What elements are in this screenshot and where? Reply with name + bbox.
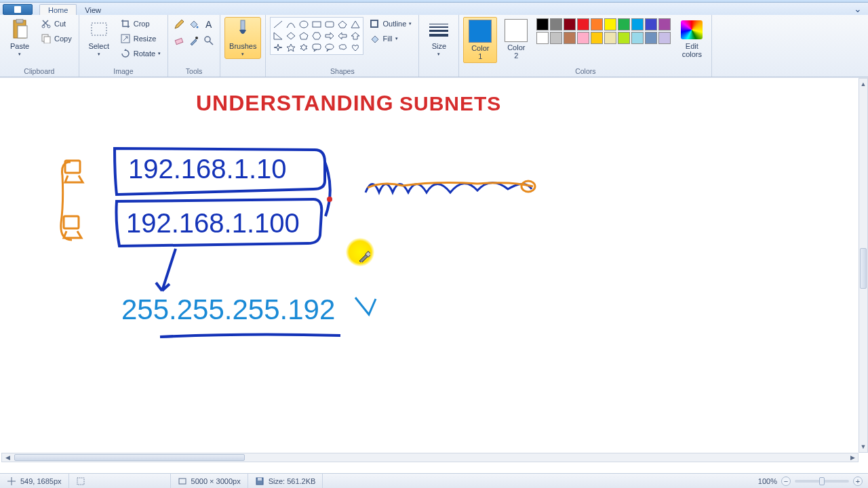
color-swatch[interactable] [645, 32, 657, 44]
size-label: Size [432, 42, 446, 50]
tab-view[interactable]: View [77, 5, 109, 15]
group-label-clipboard: Clipboard [4, 66, 75, 76]
tab-home[interactable]: Home [39, 4, 77, 15]
color2-button[interactable]: Color 2 [501, 17, 531, 62]
color-swatch[interactable] [577, 32, 589, 44]
copy-button[interactable]: Copy [38, 32, 75, 45]
svg-rect-18 [326, 22, 334, 27]
color-swatch[interactable] [604, 32, 616, 44]
pencil-tool[interactable] [172, 17, 186, 32]
zoom-out-button[interactable]: − [781, 476, 791, 486]
zoom-slider[interactable] [795, 480, 849, 483]
magnifier-tool[interactable] [202, 33, 216, 48]
shape-pentagon[interactable] [298, 30, 310, 41]
svg-marker-20 [351, 21, 359, 28]
shape-arrow-left[interactable] [336, 30, 349, 41]
svg-text:UNDERSTANDING: UNDERSTANDING [196, 91, 394, 115]
minimize-ribbon-icon[interactable]: ⌄ [852, 5, 864, 15]
shape-outline-button[interactable]: Outline ▾ [366, 17, 414, 30]
color-swatch[interactable] [604, 18, 616, 30]
brushes-button[interactable]: Brushes ▾ [224, 17, 261, 59]
size-button[interactable]: Size ▾ [423, 17, 454, 59]
color-swatch[interactable] [645, 18, 657, 30]
shape-callout-cloud[interactable] [336, 42, 349, 53]
shape-oval[interactable] [298, 19, 310, 30]
cut-icon [41, 18, 52, 29]
quick-access-toolbar[interactable] [3, 4, 33, 15]
shape-callout-rounded[interactable] [311, 42, 323, 53]
svg-rect-17 [313, 22, 321, 27]
status-zoom: 100% − + [753, 476, 868, 486]
ribbon: Paste ▾ Cut Copy Clipboard Select ▾ [0, 15, 868, 77]
shape-star5[interactable] [285, 42, 297, 53]
svg-point-9 [197, 26, 199, 28]
edit-colors-button[interactable]: Edit colors [676, 17, 707, 60]
shape-star4[interactable] [272, 42, 284, 53]
shape-hexagon[interactable] [311, 30, 323, 41]
canvas[interactable]: UNDERSTANDING SUBNETS 192.168.1.10 192.1… [3, 81, 859, 453]
scroll-right-icon[interactable]: ▶ [847, 453, 858, 462]
shape-rounded-rect[interactable] [323, 19, 336, 30]
color-swatch[interactable] [631, 18, 644, 30]
crop-button[interactable]: Crop [117, 17, 163, 30]
scroll-left-icon[interactable]: ◀ [2, 453, 13, 462]
color-swatch[interactable] [536, 32, 549, 44]
shape-callout-oval[interactable] [323, 42, 336, 53]
disk-icon [255, 476, 264, 486]
horizontal-scrollbar[interactable]: ◀ ▶ [1, 453, 859, 462]
select-button[interactable]: Select ▾ [83, 17, 115, 59]
color-swatch[interactable] [577, 18, 589, 30]
color-swatch[interactable] [631, 32, 644, 44]
color1-button[interactable]: Color 1 [463, 17, 497, 63]
shape-fill-button[interactable]: Fill ▾ [366, 32, 414, 45]
crop-label: Crop [134, 20, 150, 28]
shape-rect[interactable] [311, 19, 323, 30]
color1-swatch [469, 20, 492, 43]
text-tool[interactable]: A [202, 17, 216, 32]
brushes-label: Brushes [229, 42, 256, 50]
status-selection [69, 474, 171, 488]
scroll-up-icon[interactable]: ▲ [859, 79, 867, 89]
shape-curve[interactable] [285, 19, 297, 30]
color-swatch[interactable] [536, 18, 549, 30]
eraser-tool[interactable] [172, 33, 186, 48]
color-swatch[interactable] [564, 18, 576, 30]
vertical-scrollbar[interactable]: ▲ ▼ [859, 78, 868, 453]
group-label-image: Image [83, 66, 163, 76]
scroll-thumb[interactable] [14, 454, 245, 461]
shape-arrow-up[interactable] [349, 30, 361, 41]
group-label-size [423, 66, 454, 76]
shape-arrow-right[interactable] [323, 30, 336, 41]
shape-line[interactable] [272, 19, 284, 30]
zoom-slider-thumb[interactable] [819, 477, 825, 485]
cut-button[interactable]: Cut [38, 17, 75, 30]
shape-heart[interactable] [349, 42, 361, 53]
shape-diamond[interactable] [285, 30, 297, 41]
color-swatch[interactable] [618, 18, 630, 30]
shape-polygon[interactable] [336, 19, 349, 30]
color-swatch[interactable] [591, 18, 603, 30]
color-swatch[interactable] [550, 18, 562, 30]
color-swatch[interactable] [658, 32, 671, 44]
color-swatch[interactable] [591, 32, 603, 44]
color-swatch[interactable] [618, 32, 630, 44]
color-swatch[interactable] [550, 32, 562, 44]
outline-label: Outline [382, 20, 406, 28]
rotate-button[interactable]: Rotate ▾ [117, 47, 163, 60]
scroll-thumb[interactable] [860, 248, 867, 289]
canvas-workspace[interactable]: UNDERSTANDING SUBNETS 192.168.1.10 192.1… [0, 77, 868, 473]
dropdown-arrow-icon: ▾ [437, 52, 440, 57]
shapes-gallery[interactable] [270, 17, 363, 55]
cut-label: Cut [54, 20, 66, 28]
scroll-down-icon[interactable]: ▼ [859, 441, 867, 452]
shape-right-triangle[interactable] [272, 30, 284, 41]
paste-button[interactable]: Paste ▾ [4, 17, 35, 59]
shape-triangle[interactable] [349, 19, 361, 30]
resize-button[interactable]: Resize [117, 32, 163, 45]
color-swatch[interactable] [564, 32, 576, 44]
zoom-in-button[interactable]: + [853, 476, 863, 486]
fill-tool[interactable] [187, 17, 201, 32]
color-swatch[interactable] [658, 18, 671, 30]
shape-star6[interactable] [298, 42, 310, 53]
color-picker-tool[interactable] [187, 33, 201, 48]
